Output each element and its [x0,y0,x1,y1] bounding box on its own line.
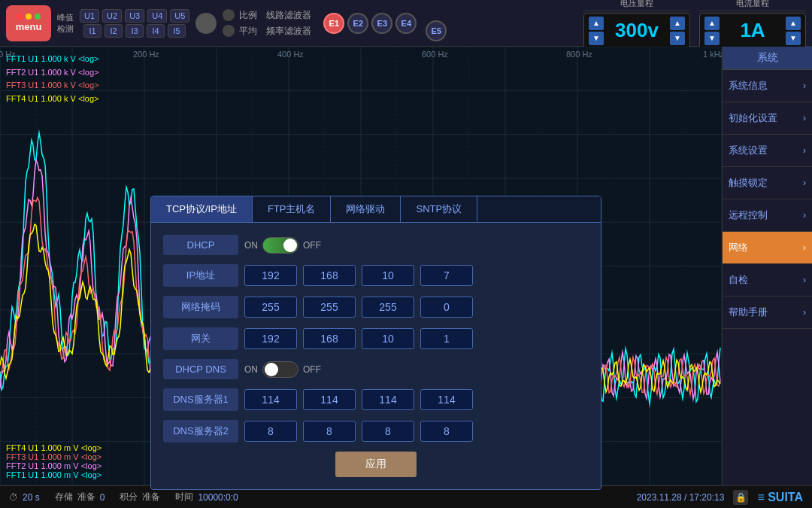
sidebar-item-help-manual[interactable]: 帮助手册 › [723,297,812,329]
channel-u5[interactable]: U5 [170,9,189,23]
dns1-field-4[interactable]: 114 [420,389,473,410]
channel-i1[interactable]: I1 [83,24,102,38]
sidebar: 系统 系统信息 › 初始化设置 › 系统设置 › 触摸锁定 › 远程控制 › 网… [722,47,812,485]
dns1-field-3[interactable]: 114 [362,389,414,410]
ip-field-1[interactable]: 192 [244,265,297,286]
dhcp-dns-row: DHCP DNS ON OFF [163,359,589,379]
sidebar-item-touch-lock[interactable]: 触摸锁定 › [723,167,812,199]
channel-i5[interactable]: I5 [168,24,186,38]
dns2-field-2[interactable]: 8 [303,421,356,442]
e3-button[interactable]: E3 [371,13,392,34]
sidebar-help-manual-arrow: › [803,307,806,318]
peak-detection-group: 峰值检测 [57,12,74,35]
storage-value: 0 [100,492,105,503]
dns2-field-1[interactable]: 8 [244,421,297,442]
e5-button-group: E5 [426,20,447,41]
current-up-arrow[interactable]: ▲ [704,17,720,30]
menu-label: menu [16,21,42,32]
time-scale-icon: ⏱ [9,492,18,503]
u-channels-row: U1 U2 U3 U4 U5 [80,9,189,23]
dhcp-dns-off-label: OFF [303,364,321,375]
channel-u4[interactable]: U4 [147,9,167,23]
subnet-field-3[interactable]: 255 [362,297,414,318]
chart-legend-top: FFT1 U1 1.000 k V <log> FFT2 U1 1.000 k … [6,53,99,105]
current-down2-arrow[interactable]: ▼ [786,32,801,45]
e5-button[interactable]: E5 [426,20,447,41]
i-channels-row: I1 I2 I3 I4 I5 [83,24,186,38]
dhcp-toggle[interactable] [262,237,298,254]
gateway-field-4[interactable]: 1 [420,328,473,349]
datetime: 2023.11.28 / 17:20:13 [637,492,725,503]
chart-legend-bottom: FFT4 U1 1.000 m V <log> FFT3 U1 1.000 m … [6,443,102,479]
channel-i2[interactable]: I2 [105,24,123,38]
sidebar-init-settings-label: 初始化设置 [729,111,777,125]
sidebar-item-system-settings[interactable]: 系统设置 › [723,135,812,167]
voltage-range-label: 电压量程 [583,0,690,11]
sidebar-item-init-settings[interactable]: 初始化设置 › [723,102,812,135]
channel-u1[interactable]: U1 [80,9,99,23]
channel-i3[interactable]: I3 [126,24,144,38]
ip-field-2[interactable]: 168 [303,265,356,286]
gateway-label: 网关 [163,327,238,350]
voltage-range-section: 电压量程 ▲ ▼ 300v ▲ ▼ [583,0,690,49]
integral-status: 准备 [142,491,160,503]
channel-u3[interactable]: U3 [125,9,144,23]
dns2-field-4[interactable]: 8 [420,421,473,442]
e1-button[interactable]: E1 [323,13,344,34]
current-up2-arrow[interactable]: ▲ [786,17,801,30]
voltage-arrows: ▲ ▼ [589,17,604,45]
sidebar-touch-lock-label: 触摸锁定 [729,176,768,190]
ratio-circle [195,13,217,34]
subnet-field-2[interactable]: 255 [303,297,356,318]
e4-button[interactable]: E4 [395,13,417,34]
gateway-field-2[interactable]: 168 [303,328,356,349]
sidebar-self-check-arrow: › [803,275,806,285]
tab-sntp[interactable]: SNTP协议 [401,196,477,222]
dhcp-label: DHCP [163,235,238,255]
sidebar-item-network[interactable]: 网络 › [723,232,812,264]
filter-buttons: 线路滤波器 频率滤波器 [266,9,311,38]
dhcp-off-label: OFF [303,240,321,251]
subnet-mask-label: 网络掩码 [163,296,238,318]
channel-i4[interactable]: I4 [147,24,165,38]
time-item: 时间 10000:0:0 [175,491,238,503]
dns1-field-1[interactable]: 114 [244,389,297,410]
dns2-field-3[interactable]: 8 [362,421,414,442]
subnet-field-1[interactable]: 255 [244,297,297,318]
dhcp-dns-toggle[interactable] [262,361,298,378]
tab-network-driver[interactable]: 网络驱动 [331,196,401,222]
dns2-row: DNS服务器2 8 8 8 8 [163,420,589,443]
apply-button[interactable]: 应用 [335,452,417,477]
storage-status: 准备 [77,491,95,503]
voltage-up2-arrow[interactable]: ▲ [670,17,685,30]
current-down-arrow[interactable]: ▼ [704,32,720,45]
gateway-field-3[interactable]: 10 [362,328,414,349]
e-buttons-group: E1 E2 E3 E4 [323,13,417,34]
current-range-section: 电流量程 ▲ ▼ 1A ▲ ▼ [699,0,806,49]
sidebar-item-remote-control[interactable]: 远程控制 › [723,199,812,232]
dns1-field-2[interactable]: 114 [303,389,356,410]
tab-tcp-ip[interactable]: TCP协议/IP地址 [151,196,253,222]
dialog-body: DHCP ON OFF IP地址 192 168 10 7 网络掩码 [151,223,601,489]
menu-button[interactable]: menu [6,5,51,41]
ip-field-4[interactable]: 7 [420,265,473,286]
subnet-field-4[interactable]: 0 [420,297,473,318]
gateway-field-1[interactable]: 192 [244,328,297,349]
tab-ftp[interactable]: FTP主机名 [253,196,332,222]
dns1-label: DNS服务器1 [163,388,238,411]
ratio-dot [223,9,235,21]
sidebar-self-check-label: 自检 [729,273,748,287]
channel-u2[interactable]: U2 [102,9,122,23]
ip-field-3[interactable]: 10 [362,265,414,286]
sidebar-system-settings-label: 系统设置 [729,144,768,157]
voltage-up-arrow[interactable]: ▲ [589,17,604,30]
dhcp-dns-toggle-thumb [265,363,278,376]
lock-icon[interactable]: 🔒 [733,490,748,505]
sidebar-item-system-info[interactable]: 系统信息 › [723,70,812,102]
ip-address-label: IP地址 [163,264,238,287]
voltage-down2-arrow[interactable]: ▼ [670,32,685,45]
e2-button[interactable]: E2 [347,13,368,34]
time-scale-item: ⏱ 20 s [9,492,40,503]
voltage-down-arrow[interactable]: ▼ [589,32,604,45]
sidebar-item-self-check[interactable]: 自检 › [723,264,812,297]
